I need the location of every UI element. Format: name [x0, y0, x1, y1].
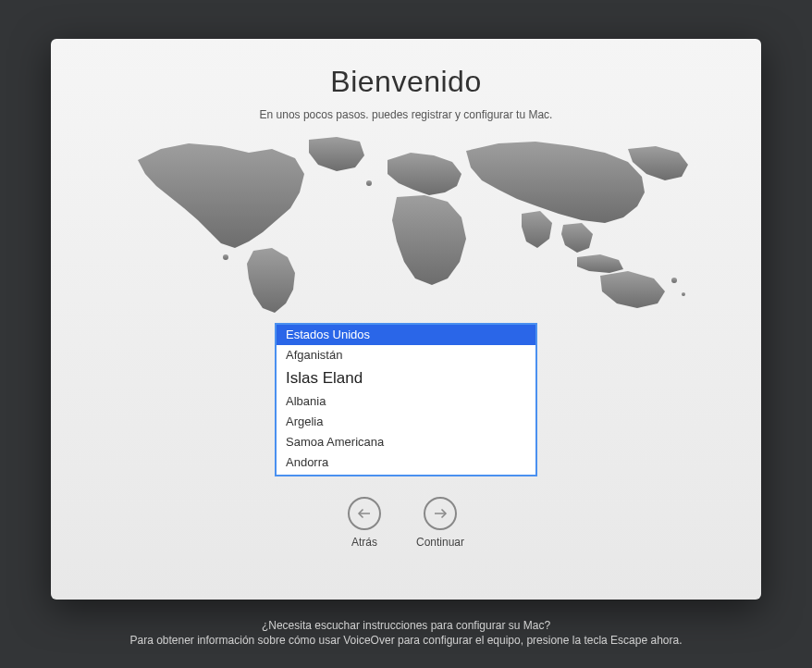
svg-point-3 [223, 254, 228, 260]
arrow-right-icon [424, 497, 457, 530]
continue-label: Continuar [416, 536, 464, 549]
setup-window: Bienvenido En unos pocos pasos. puedes r… [51, 39, 761, 600]
country-list[interactable]: Estados UnidosAfganistánIslas ElandAlban… [275, 323, 537, 476]
page-subtitle: En unos pocos pasos. puedes registrar y … [260, 108, 553, 121]
arrow-left-icon [348, 497, 381, 530]
country-item[interactable]: Islas Eland [277, 365, 535, 391]
country-item[interactable]: Andorra [277, 452, 535, 473]
back-label: Atrás [351, 536, 377, 549]
country-item[interactable]: Albania [277, 391, 535, 412]
footer-line-2: Para obtener información sobre cómo usar… [0, 633, 812, 648]
country-item[interactable]: Argelia [277, 412, 535, 432]
nav-buttons: Atrás Continuar [348, 497, 464, 549]
footer-line-1: ¿Necesita escuchar instrucciones para co… [0, 618, 812, 633]
world-map [110, 132, 702, 317]
continue-button[interactable]: Continuar [416, 497, 464, 549]
country-item[interactable]: Angola [277, 473, 535, 476]
voiceover-hint: ¿Necesita escuchar instrucciones para co… [0, 618, 812, 648]
country-item[interactable]: Afganistán [277, 345, 535, 365]
svg-point-1 [682, 292, 685, 296]
svg-point-0 [671, 278, 677, 283]
country-item[interactable]: Samoa Americana [277, 432, 535, 452]
back-button[interactable]: Atrás [348, 497, 381, 549]
page-title: Bienvenido [330, 65, 481, 99]
svg-point-2 [366, 180, 372, 186]
country-item[interactable]: Estados Unidos [277, 325, 535, 345]
